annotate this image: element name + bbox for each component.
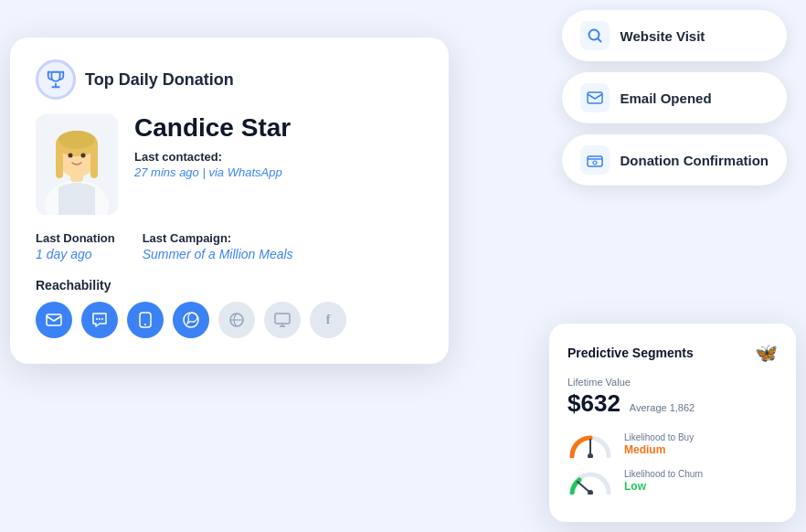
pill-website-label: Website Visit — [620, 28, 705, 44]
donor-name: Candice Star — [134, 114, 423, 143]
reach-chat-icon[interactable] — [81, 302, 118, 338]
gauge-buy-value: Medium — [624, 443, 694, 456]
gauge-churn-svg — [567, 467, 613, 495]
reach-email-icon[interactable] — [36, 302, 72, 338]
badge-title: Top Daily Donation — [85, 70, 234, 90]
search-icon — [580, 21, 610, 50]
gauge-churn-label: Likelihood to Churn — [624, 469, 703, 479]
last-contacted-value: 27 mins ago | via WhatsApp — [134, 165, 423, 179]
pill-email-label: Email Opened — [620, 90, 712, 106]
reachability-icons: f — [36, 302, 423, 338]
email-icon — [580, 83, 610, 112]
svg-rect-18 — [275, 314, 290, 324]
lifetime-label: Lifetime Value — [567, 377, 778, 388]
donor-main: Candice Star Last contacted: 27 mins ago… — [36, 114, 423, 215]
gauge-buy-label: Likelihood to Buy — [624, 432, 694, 442]
gauge-likelihood-buy: Likelihood to Buy Medium — [567, 431, 778, 458]
reach-whatsapp-icon[interactable] — [173, 302, 209, 338]
last-donation-value: 1 day ago — [36, 247, 115, 261]
last-campaign-label: Last Campaign: — [143, 231, 293, 245]
predictive-title: Predictive Segments — [567, 346, 694, 360]
predictive-card: Predictive Segments 🦋 Lifetime Value $63… — [549, 324, 796, 522]
reach-screen-icon[interactable] — [264, 302, 301, 338]
svg-point-12 — [99, 318, 101, 320]
gauge-likelihood-churn: Likelihood to Churn Low — [567, 467, 778, 495]
donor-avatar — [36, 114, 118, 215]
reach-facebook-icon[interactable]: f — [310, 302, 346, 338]
svg-point-22 — [593, 161, 597, 165]
svg-point-13 — [101, 318, 103, 320]
svg-point-11 — [96, 318, 98, 320]
donor-info: Candice Star Last contacted: 27 mins ago… — [134, 114, 423, 179]
pill-donation-confirmation[interactable]: Donation Confirmation — [562, 134, 787, 186]
svg-point-8 — [69, 154, 73, 158]
last-campaign-block: Last Campaign: Summer of a Million Meals — [143, 231, 293, 261]
svg-rect-20 — [588, 92, 602, 103]
gauge-churn-value: Low — [624, 480, 703, 493]
last-contacted-label: Last contacted: — [134, 150, 423, 164]
reachability-section: Reachability — [36, 278, 423, 338]
top-badge: Top Daily Donation — [36, 59, 423, 100]
svg-point-9 — [81, 154, 86, 158]
donor-stats: Last Donation 1 day ago Last Campaign: S… — [36, 231, 423, 261]
pill-donation-label: Donation Confirmation — [620, 153, 769, 168]
last-donation-block: Last Donation 1 day ago — [36, 231, 115, 261]
svg-point-7 — [58, 131, 95, 149]
reach-phone-icon[interactable] — [127, 302, 164, 338]
svg-rect-5 — [56, 142, 63, 178]
pill-email-opened[interactable]: Email Opened — [562, 72, 787, 123]
svg-point-24 — [588, 453, 593, 458]
activity-pills: Website Visit Email Opened Donation Conf… — [562, 10, 787, 186]
lifetime-amount: $632 — [567, 389, 620, 418]
donation-icon — [580, 145, 610, 175]
donor-card: Top Daily Donation — [10, 37, 449, 364]
predictive-sparkle-icon: 🦋 — [755, 342, 778, 364]
gauge-buy-svg — [567, 431, 613, 458]
lifetime-avg: Average 1,862 — [630, 402, 695, 413]
gauge-buy-info: Likelihood to Buy Medium — [624, 432, 694, 456]
reachability-label: Reachability — [36, 278, 423, 293]
trophy-icon — [36, 59, 76, 100]
reach-globe-icon[interactable] — [218, 302, 255, 338]
last-donation-label: Last Donation — [36, 231, 115, 245]
pill-website-visit[interactable]: Website Visit — [562, 10, 787, 61]
last-campaign-value: Summer of a Million Meals — [143, 247, 293, 261]
lifetime-value-row: $632 Average 1,862 — [567, 389, 778, 418]
predictive-header: Predictive Segments 🦋 — [567, 342, 778, 364]
svg-rect-6 — [90, 142, 98, 178]
svg-rect-10 — [47, 314, 61, 325]
gauge-churn-info: Likelihood to Churn Low — [624, 469, 703, 493]
svg-point-15 — [144, 324, 146, 325]
